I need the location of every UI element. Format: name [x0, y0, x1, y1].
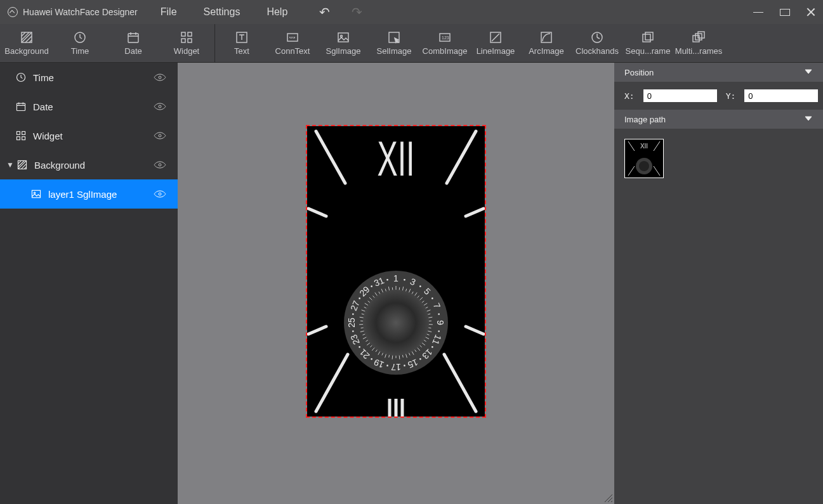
svg-point-112 — [431, 346, 433, 348]
main-menu: File Settings Help — [161, 6, 288, 18]
image-icon — [336, 30, 350, 44]
visibility-toggle[interactable] — [154, 160, 166, 169]
svg-point-128 — [359, 297, 360, 299]
image-thumbnail[interactable]: XII — [624, 139, 664, 178]
widget-icon — [15, 130, 27, 141]
image-icon — [30, 188, 42, 200]
layers-sidebar: Time Date Widget ▼ Background layer1 Sgl… — [0, 63, 178, 504]
ribbon-widget[interactable]: Widget — [160, 24, 213, 62]
svg-point-120 — [371, 358, 372, 360]
menu-settings[interactable]: Settings — [204, 6, 240, 18]
sidebar-item-date[interactable]: Date — [0, 92, 178, 121]
svg-point-118 — [386, 365, 388, 366]
window-minimize[interactable] — [753, 12, 763, 13]
ribbon-separator — [214, 24, 215, 62]
multiframes-icon — [692, 30, 706, 44]
svg-text:25: 25 — [346, 318, 357, 328]
y-input[interactable] — [744, 89, 818, 102]
x-label: X: — [624, 91, 635, 101]
watchface-preview[interactable]: XII 135791113151 — [307, 126, 485, 417]
chevron-down-icon — [804, 67, 813, 78]
svg-line-69 — [399, 356, 400, 359]
arcimage-icon — [539, 30, 553, 44]
svg-text:9: 9 — [435, 320, 445, 325]
visibility-toggle[interactable] — [154, 73, 166, 82]
svg-point-116 — [404, 365, 405, 366]
svg-line-56 — [428, 328, 431, 328]
lineimage-icon — [489, 30, 503, 44]
visibility-toggle[interactable] — [154, 102, 166, 111]
svg-text:17: 17 — [391, 362, 401, 372]
menu-help[interactable]: Help — [267, 6, 287, 18]
svg-text:XII: XII — [640, 143, 648, 150]
svg-point-122 — [359, 346, 360, 348]
properties-panel: Position X: Y: Image path XII — [614, 63, 823, 504]
widget-icon — [180, 30, 194, 44]
sidebar-item-time[interactable]: Time — [0, 63, 178, 92]
ribbon-arcimage[interactable]: ArcImage — [521, 24, 572, 62]
ribbon-background[interactable]: Background — [0, 24, 53, 62]
ribbon-time[interactable]: Time — [53, 24, 107, 62]
visibility-toggle[interactable] — [154, 131, 166, 140]
imagepath-panel-header[interactable]: Image path — [614, 110, 823, 129]
calendar-icon — [15, 101, 27, 112]
ribbon-lineimage[interactable]: LineImage — [470, 24, 521, 62]
text-icon — [235, 30, 249, 44]
svg-point-106 — [431, 297, 433, 299]
collapse-arrow[interactable]: ▼ — [6, 160, 15, 169]
ribbon-multiframes[interactable]: Multi...rames — [673, 24, 724, 62]
resize-grip[interactable] — [604, 494, 613, 503]
redo-button[interactable]: ↷ — [352, 4, 362, 20]
svg-point-130 — [371, 285, 372, 287]
app-title: Huawei WatchFace Designer — [23, 7, 138, 17]
sidebar-item-widget[interactable]: Widget — [0, 121, 178, 150]
selimage-icon — [387, 30, 401, 44]
svg-point-140 — [639, 161, 649, 171]
clock-icon — [73, 30, 87, 44]
ribbon-sequframe[interactable]: Sequ...rame — [622, 24, 673, 62]
hatch-icon — [16, 159, 28, 171]
sidebar-item-layer1[interactable]: layer1 SglImage — [0, 179, 178, 209]
position-panel-body: X: Y: — [614, 82, 823, 110]
svg-line-71 — [392, 356, 393, 359]
svg-point-102 — [404, 279, 405, 281]
clock-icon — [15, 72, 27, 83]
clockhands-icon — [590, 30, 604, 44]
ribbon-date[interactable]: Date — [107, 24, 160, 62]
combimage-icon — [438, 30, 452, 44]
calendar-icon — [126, 30, 140, 44]
sequence-icon — [641, 30, 655, 44]
svg-point-104 — [419, 285, 421, 287]
app-icon — [8, 7, 18, 17]
titlebar: Huawei WatchFace Designer File Settings … — [0, 0, 823, 24]
hatch-icon — [20, 30, 34, 44]
svg-point-108 — [438, 313, 440, 315]
window-close[interactable] — [807, 8, 817, 16]
visibility-toggle[interactable] — [154, 190, 166, 198]
ribbon-conntext[interactable]: ConnText — [267, 24, 318, 62]
ribbon-sglimage[interactable]: SglImage — [318, 24, 369, 62]
svg-point-110 — [438, 330, 440, 332]
canvas-area[interactable]: XII 135791113151 — [178, 63, 614, 504]
menu-file[interactable]: File — [161, 6, 177, 18]
position-panel-header[interactable]: Position — [614, 63, 823, 82]
sidebar-item-background[interactable]: ▼ Background — [0, 150, 178, 179]
watchface-svg: XII 135791113151 — [307, 126, 485, 417]
ribbon-selimage[interactable]: SelImage — [369, 24, 419, 62]
chevron-down-icon — [804, 114, 813, 125]
svg-point-126 — [352, 313, 354, 315]
svg-point-38 — [363, 290, 429, 356]
conntext-icon — [286, 30, 300, 44]
ribbon-clockhands[interactable]: Clockhands — [572, 24, 622, 62]
ribbon-combimage[interactable]: CombImage — [419, 24, 470, 62]
svg-point-114 — [419, 358, 421, 360]
undo-button[interactable]: ↶ — [319, 4, 330, 20]
window-maximize[interactable] — [780, 9, 790, 16]
svg-point-124 — [352, 330, 354, 332]
x-input[interactable] — [643, 89, 717, 102]
svg-text:1: 1 — [393, 273, 398, 283]
ribbon-text[interactable]: Text — [216, 24, 267, 62]
ribbon-toolbar: Background Time Date Widget Text ConnTex… — [0, 24, 823, 63]
y-label: Y: — [726, 91, 736, 101]
svg-text:XII: XII — [377, 131, 414, 186]
